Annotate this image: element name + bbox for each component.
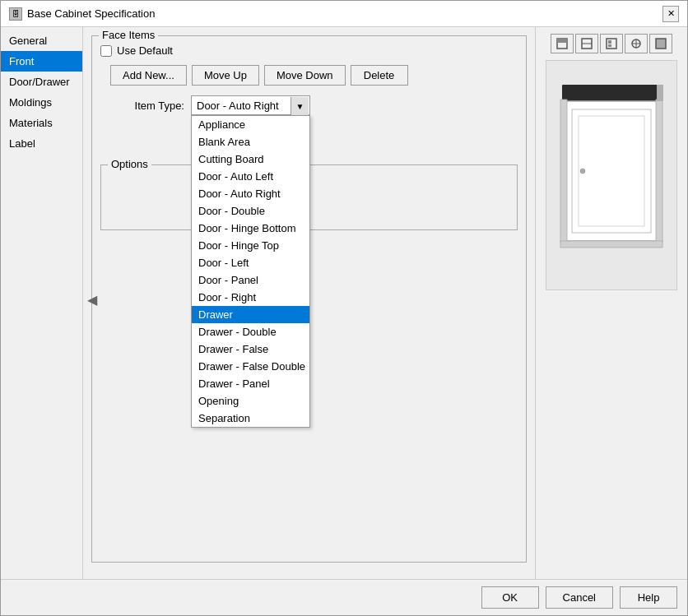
option-door-auto-right[interactable]: Door - Auto Right — [192, 185, 309, 202]
item-type-selected: Door - Auto Right — [197, 100, 279, 112]
option-drawer-false-double[interactable]: Drawer - False Double — [192, 358, 309, 375]
preview-btn-2[interactable] — [575, 34, 598, 53]
add-new-button[interactable]: Add New... — [110, 65, 187, 86]
sidebar-item-moldings[interactable]: Moldings — [1, 92, 82, 113]
main-window: 🗄 Base Cabinet Specification ✕ GeneralFr… — [0, 0, 688, 616]
preview-btn-1[interactable] — [551, 34, 574, 53]
svg-rect-18 — [560, 241, 662, 248]
window-title: Base Cabinet Specification — [27, 7, 155, 20]
title-bar-left: 🗄 Base Cabinet Specification — [9, 7, 155, 21]
svg-rect-19 — [657, 85, 663, 101]
dropdown-arrow-icon: ▼ — [291, 97, 309, 115]
preview-area — [546, 60, 677, 290]
move-down-button[interactable]: Move Down — [264, 65, 346, 86]
option-appliance[interactable]: Appliance — [192, 116, 309, 133]
cancel-button[interactable]: Cancel — [546, 586, 613, 609]
option-door-right[interactable]: Door - Right — [192, 289, 309, 306]
use-default-checkbox[interactable] — [100, 45, 112, 57]
sidebar-item-materials[interactable]: Materials — [1, 113, 82, 133]
sidebar: GeneralFrontDoor/DrawerMoldingsMaterials… — [1, 27, 83, 579]
preview-btn-3[interactable] — [600, 34, 623, 53]
window-body: GeneralFrontDoor/DrawerMoldingsMaterials… — [1, 27, 687, 579]
footer: OK Cancel Help — [1, 579, 687, 615]
option-opening[interactable]: Opening — [192, 392, 309, 410]
title-bar: 🗄 Base Cabinet Specification ✕ — [1, 1, 687, 27]
preview-btn-5[interactable] — [649, 34, 672, 53]
option-blank-area[interactable]: Blank Area — [192, 133, 309, 151]
toolbar-row: Add New... Move Up Move Down Delete — [100, 65, 518, 86]
option-drawer-false[interactable]: Drawer - False — [192, 340, 309, 358]
svg-rect-5 — [608, 40, 611, 44]
use-default-row: Use Default — [100, 44, 518, 57]
face-items-label: Face Items — [99, 29, 158, 41]
option-door-panel[interactable]: Door - Panel — [192, 271, 309, 289]
item-type-menu: Appliance Blank Area Cutting Board Door … — [191, 115, 310, 428]
item-type-dropdown[interactable]: Door - Auto Right ▼ — [191, 95, 310, 115]
move-up-button[interactable]: Move Up — [192, 65, 259, 86]
option-cutting-board[interactable]: Cutting Board — [192, 151, 309, 168]
option-door-double[interactable]: Door - Double — [192, 202, 309, 220]
sidebar-item-front[interactable]: Front — [1, 51, 82, 72]
svg-rect-14 — [579, 116, 644, 226]
option-door-hinge-bottom[interactable]: Door - Hinge Bottom — [192, 220, 309, 237]
preview-panel — [535, 27, 687, 579]
delete-button[interactable]: Delete — [351, 65, 408, 86]
option-separation[interactable]: Separation — [192, 410, 309, 427]
options-label: Options — [108, 158, 151, 170]
cabinet-preview — [554, 68, 669, 282]
svg-rect-16 — [560, 100, 567, 243]
item-type-label: Item Type: — [110, 100, 184, 112]
item-type-row: Item Type: Door - Auto Right ▼ Appliance… — [100, 95, 518, 115]
item-type-dropdown-container: Door - Auto Right ▼ Appliance Blank Area… — [191, 95, 310, 115]
svg-rect-1 — [557, 39, 567, 43]
svg-rect-17 — [656, 100, 662, 243]
help-button[interactable]: Help — [620, 586, 677, 609]
svg-point-15 — [580, 169, 585, 174]
svg-rect-10 — [656, 39, 666, 49]
svg-rect-11 — [562, 85, 661, 101]
option-door-auto-left[interactable]: Door - Auto Left — [192, 168, 309, 185]
option-drawer-panel[interactable]: Drawer - Panel — [192, 375, 309, 392]
sidebar-item-door-drawer[interactable]: Door/Drawer — [1, 72, 82, 92]
sidebar-item-general[interactable]: General — [1, 30, 82, 51]
option-drawer-double[interactable]: Drawer - Double — [192, 323, 309, 340]
window-icon: 🗄 — [9, 7, 22, 21]
use-default-label: Use Default — [117, 44, 173, 57]
face-items-group: Face Items Use Default Add New... Move U… — [91, 35, 527, 563]
option-drawer[interactable]: Drawer — [192, 306, 309, 323]
preview-btn-4[interactable] — [625, 34, 648, 53]
preview-toolbar — [551, 34, 672, 53]
option-door-left[interactable]: Door - Left — [192, 254, 309, 271]
main-content: Face Items Use Default Add New... Move U… — [83, 27, 535, 579]
option-door-hinge-top[interactable]: Door - Hinge Top — [192, 237, 309, 254]
side-arrow[interactable]: ◀ — [87, 291, 97, 307]
sidebar-item-label[interactable]: Label — [1, 133, 82, 154]
close-button[interactable]: ✕ — [662, 6, 679, 22]
ok-button[interactable]: OK — [481, 586, 539, 609]
svg-rect-6 — [608, 44, 611, 47]
